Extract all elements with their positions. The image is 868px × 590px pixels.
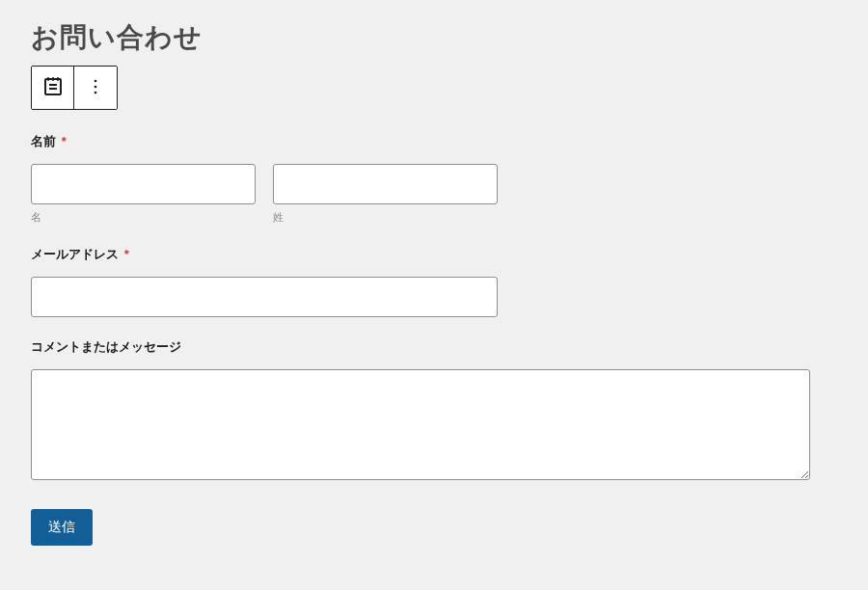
first-name-col: 名 — [31, 164, 256, 225]
email-field-group: メールアドレス * — [31, 246, 837, 317]
name-label: 名前 * — [31, 133, 837, 150]
name-row: 名 姓 — [31, 164, 837, 225]
submit-button[interactable]: 送信 — [31, 509, 93, 546]
message-field-group: コメントまたはメッセージ — [31, 338, 837, 484]
email-label: メールアドレス * — [31, 246, 837, 263]
last-name-col: 姓 — [273, 164, 498, 225]
required-mark: * — [62, 134, 67, 148]
svg-point-3 — [95, 79, 97, 82]
svg-point-5 — [95, 91, 97, 94]
last-name-input[interactable] — [273, 164, 498, 204]
name-label-text: 名前 — [31, 134, 56, 148]
email-label-text: メールアドレス — [31, 247, 119, 261]
svg-point-4 — [95, 85, 97, 88]
message-label-text: コメントまたはメッセージ — [31, 339, 181, 354]
first-name-sublabel: 名 — [31, 210, 256, 225]
svg-rect-0 — [45, 79, 61, 94]
form-block-button[interactable] — [32, 67, 74, 109]
page-title: お問い合わせ — [31, 19, 837, 56]
more-options-button[interactable] — [74, 67, 117, 109]
email-input[interactable] — [31, 277, 498, 317]
required-mark: * — [124, 247, 129, 261]
message-textarea[interactable] — [31, 369, 810, 480]
form-icon — [41, 75, 65, 101]
more-vertical-icon — [84, 75, 107, 101]
name-field-group: 名前 * 名 姓 — [31, 133, 837, 225]
block-toolbar — [31, 66, 118, 110]
message-label: コメントまたはメッセージ — [31, 338, 837, 356]
first-name-input[interactable] — [31, 164, 256, 204]
last-name-sublabel: 姓 — [273, 210, 498, 225]
